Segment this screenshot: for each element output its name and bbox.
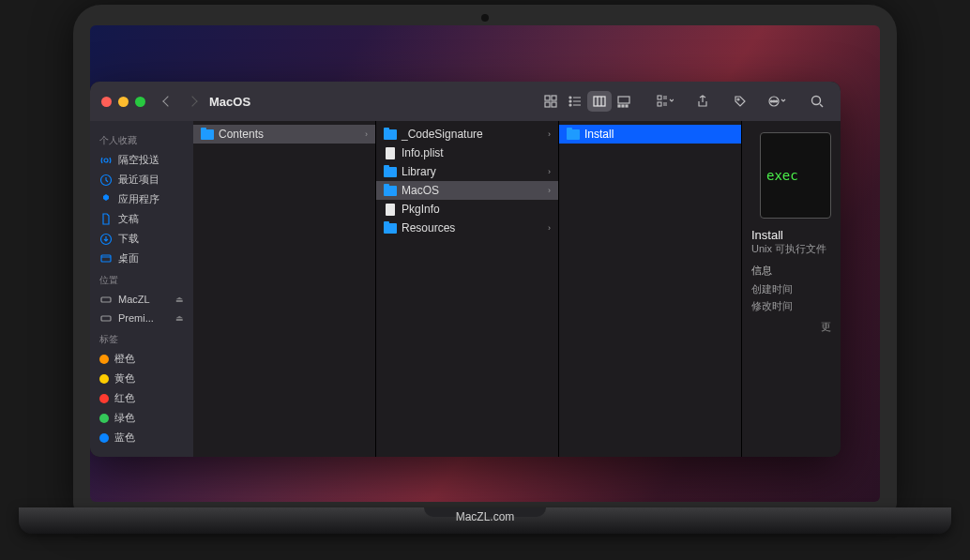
sidebar-item-label: 橙色 bbox=[114, 352, 135, 366]
svg-rect-10 bbox=[594, 97, 605, 106]
file-name: PkgInfo bbox=[402, 203, 440, 216]
group-button[interactable] bbox=[653, 91, 677, 112]
folder-icon bbox=[201, 128, 214, 141]
sidebar-item-label: 隔空投送 bbox=[118, 153, 159, 167]
column-2: Install bbox=[559, 121, 742, 457]
preview-name: Install bbox=[751, 228, 831, 242]
sidebar-tag-green[interactable]: 绿色 bbox=[90, 408, 193, 428]
sidebar-item-downloads[interactable]: 下载 bbox=[90, 229, 193, 249]
folder-icon bbox=[567, 128, 580, 141]
sidebar-item-label: 黄色 bbox=[114, 371, 135, 386]
svg-point-26 bbox=[771, 100, 773, 102]
icon-view-button[interactable] bbox=[538, 91, 563, 112]
sidebar-item-label: 最近项目 bbox=[118, 173, 159, 187]
file-row[interactable]: MacOS› bbox=[376, 181, 558, 200]
sidebar-item-label: 下载 bbox=[118, 232, 139, 246]
svg-rect-16 bbox=[626, 105, 628, 107]
file-row[interactable]: Resources› bbox=[376, 219, 558, 237]
sidebar-item-label: 应用程序 bbox=[118, 192, 159, 206]
sidebar-tag-orange[interactable]: 橙色 bbox=[90, 349, 193, 369]
sidebar-tag-red[interactable]: 红色 bbox=[90, 388, 193, 408]
sidebar-item-airdrop[interactable]: 隔空投送 bbox=[90, 150, 193, 170]
preview-kind: Unix 可执行文件 bbox=[751, 242, 831, 256]
file-name: Library bbox=[402, 165, 436, 178]
sidebar-locations-heading: 位置 bbox=[90, 268, 193, 290]
svg-point-25 bbox=[773, 100, 775, 102]
sidebar-item-label: 红色 bbox=[114, 391, 135, 405]
tag-dot-icon bbox=[99, 394, 109, 403]
file-row[interactable]: Info.plist bbox=[376, 144, 558, 162]
svg-rect-36 bbox=[101, 316, 111, 321]
sidebar-item-disk-maczl[interactable]: MacZL ⏏ bbox=[90, 290, 193, 309]
svg-rect-2 bbox=[545, 102, 550, 107]
svg-rect-35 bbox=[101, 297, 111, 302]
file-icon bbox=[384, 146, 397, 159]
list-view-button[interactable] bbox=[563, 91, 587, 112]
svg-rect-15 bbox=[622, 105, 624, 107]
laptop-base: MacZL.com bbox=[19, 507, 951, 534]
svg-point-30 bbox=[104, 159, 108, 162]
disk-icon bbox=[99, 311, 113, 325]
svg-rect-18 bbox=[658, 102, 661, 106]
sidebar-tag-yellow[interactable]: 黄色 bbox=[90, 369, 193, 388]
column-1: _CodeSignature›Info.plistLibrary›MacOS›P… bbox=[376, 121, 559, 457]
document-icon bbox=[99, 213, 113, 226]
file-row[interactable]: PkgInfo bbox=[376, 200, 558, 219]
tag-dot-icon bbox=[99, 433, 109, 443]
file-icon bbox=[384, 203, 397, 216]
forward-button[interactable] bbox=[187, 96, 197, 106]
sidebar-favorites-heading: 个人收藏 bbox=[90, 129, 193, 150]
sidebar-item-documents[interactable]: 文稿 bbox=[90, 209, 193, 229]
share-button[interactable] bbox=[690, 91, 715, 112]
minimize-button[interactable] bbox=[118, 97, 129, 107]
sidebar-item-applications[interactable]: 应用程序 bbox=[90, 189, 193, 209]
preview-created-label: 创建时间 bbox=[751, 281, 831, 298]
downloads-icon bbox=[99, 233, 113, 246]
sidebar-item-label: 蓝色 bbox=[114, 431, 135, 445]
file-row[interactable]: _CodeSignature› bbox=[376, 125, 558, 144]
file-name: Resources bbox=[402, 221, 455, 235]
column-view: Contents› _CodeSignature›Info.plistLibra… bbox=[193, 121, 841, 457]
sidebar-item-recents[interactable]: 最近项目 bbox=[90, 170, 193, 189]
sidebar-item-desktop[interactable]: 桌面 bbox=[90, 249, 193, 268]
action-menu-button[interactable] bbox=[765, 91, 790, 112]
preview-info-heading: 信息 bbox=[751, 264, 831, 278]
preview-modified-label: 修改时间 bbox=[751, 298, 831, 315]
search-button[interactable] bbox=[805, 91, 829, 112]
tag-dot-icon bbox=[99, 374, 109, 384]
chevron-right-icon: › bbox=[548, 167, 551, 176]
apps-icon bbox=[99, 193, 113, 206]
chevron-right-icon: › bbox=[365, 129, 368, 139]
folder-icon bbox=[384, 221, 397, 235]
sidebar: 个人收藏 隔空投送 最近项目 应用程序 文稿 bbox=[90, 121, 193, 457]
file-row[interactable]: Library› bbox=[376, 162, 558, 181]
screen: MacOS bbox=[90, 25, 880, 502]
svg-rect-3 bbox=[552, 102, 556, 107]
close-button[interactable] bbox=[101, 97, 112, 107]
camera-icon bbox=[481, 14, 489, 22]
sidebar-item-label: 文稿 bbox=[118, 212, 139, 226]
disk-icon bbox=[99, 293, 113, 306]
column-view-button[interactable] bbox=[587, 91, 612, 112]
file-row[interactable]: Contents› bbox=[193, 125, 375, 144]
sidebar-item-disk-premi[interactable]: Premi... ⏏ bbox=[90, 309, 193, 327]
svg-rect-13 bbox=[618, 97, 629, 103]
fullscreen-button[interactable] bbox=[135, 97, 145, 107]
sidebar-item-label: 桌面 bbox=[118, 251, 139, 265]
sidebar-item-label: Premi... bbox=[118, 312, 154, 324]
preview-more[interactable]: 更 bbox=[751, 320, 831, 334]
sidebar-tag-blue[interactable]: 蓝色 bbox=[90, 428, 193, 447]
gallery-view-button[interactable] bbox=[612, 91, 636, 112]
tag-button[interactable] bbox=[728, 91, 752, 112]
watermark: MacZL.com bbox=[456, 510, 515, 523]
sidebar-item-label: MacZL bbox=[118, 294, 150, 305]
clock-icon bbox=[99, 174, 113, 187]
preview-thumbnail: exec bbox=[760, 132, 831, 219]
svg-point-8 bbox=[569, 104, 571, 106]
svg-point-28 bbox=[812, 97, 821, 105]
folder-icon bbox=[384, 165, 397, 178]
file-row[interactable]: Install bbox=[559, 125, 741, 144]
eject-icon[interactable]: ⏏ bbox=[175, 295, 184, 304]
eject-icon[interactable]: ⏏ bbox=[175, 313, 184, 323]
back-button[interactable] bbox=[162, 96, 173, 106]
